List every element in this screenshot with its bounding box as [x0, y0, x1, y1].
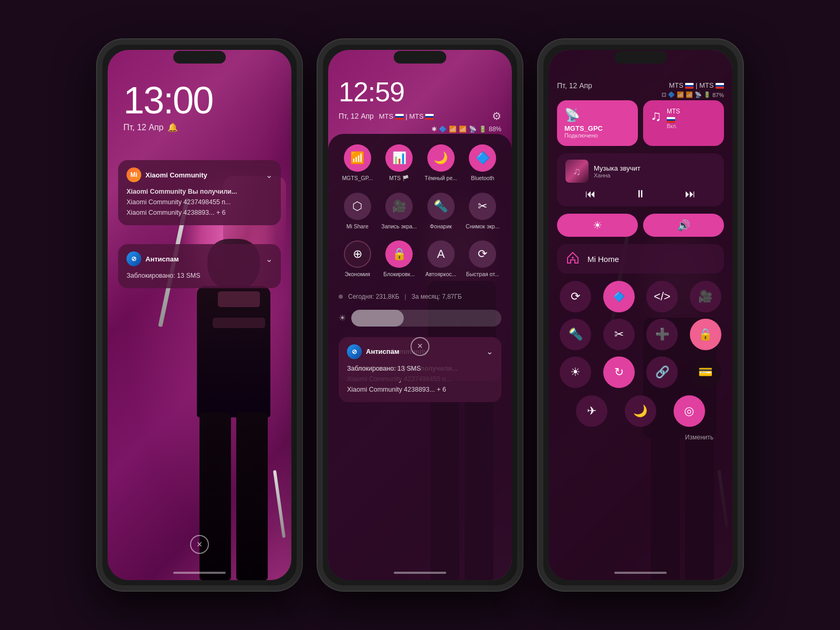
- qs-header: 12:59 Пт, 12 Апр MTS | MTS ⚙ ✱ 🔷: [328, 76, 512, 133]
- notif-line-2: Xiaomi Community 4237498455 п...: [127, 197, 272, 207]
- volume-tile-cc[interactable]: 🔊: [643, 214, 724, 237]
- auto-brightness-label: Автояркос...: [425, 271, 456, 278]
- expand-icon-2[interactable]: ⌄: [266, 254, 272, 264]
- wifi-icon-cc: 📡: [564, 108, 631, 122]
- lock-screen-tile[interactable]: 🔒 Блокировк...: [381, 240, 417, 278]
- flag-icon-1: [685, 83, 694, 89]
- expand-chevron-2[interactable]: ⌄: [486, 346, 493, 356]
- lock-screen-time: 13:00 Пт, 12 Апр 🔔: [123, 81, 213, 132]
- data-dot: [339, 295, 343, 299]
- quick-open-icon: ⟳: [469, 240, 496, 268]
- qs-time-display: 12:59: [339, 76, 501, 108]
- auto-rotate-button[interactable]: ⟳: [560, 281, 591, 312]
- next-button[interactable]: ⏭: [685, 188, 696, 200]
- quick-settings-panel: 📶 MGTS_GP... 📊 MTS 🏳️ 🌙 Тёмный ре...: [328, 134, 512, 580]
- phone-3: Пт, 12 Апр MTS | MTS ⊡ 🔷: [538, 39, 743, 591]
- cc-status-bar: ⊡ 🔷 📶 📶 📡 🔋 87%: [662, 91, 724, 98]
- panel-notif-line-3: Xiaomi Community 4238893... + 6: [347, 384, 493, 395]
- music-player-widget: ♫ Музыка звучит Ханна ⏮ ⏸ ⏭: [557, 153, 724, 206]
- qs-tiles-row-2: ⬡ Mi Share 🎥 Запись экра... 🔦 Фонарик: [337, 193, 503, 230]
- close-notifications-button[interactable]: ×: [190, 535, 209, 554]
- auto-brightness-tile[interactable]: A Автояркос...: [423, 240, 459, 278]
- music-artist: Ханна: [594, 172, 716, 178]
- settings-icon[interactable]: ⚙: [492, 110, 501, 122]
- brightness-icon-cc: ☀: [593, 219, 602, 232]
- antispam-icon: ⊘: [127, 251, 141, 266]
- data-month: За месяц: 7,87ГБ: [412, 293, 462, 300]
- night-mode-button[interactable]: 🌙: [625, 395, 656, 427]
- expand-icon[interactable]: ⌄: [266, 170, 272, 180]
- control-center-panel: Пт, 12 Апр MTS | MTS ⊡ 🔷: [549, 50, 732, 580]
- notif-line-1: Xiaomi Community Вы получили...: [127, 186, 272, 197]
- cc-top-tiles: 📡 MGTS_GPC Подключено ♫ MTS Вкл.: [557, 100, 724, 146]
- flag-icon-2: [716, 83, 724, 89]
- brightness-fill: [351, 310, 404, 327]
- wifi-ssid: MGTS_GPC: [564, 124, 631, 132]
- mi-share-tile[interactable]: ⬡ Mi Share: [339, 193, 376, 230]
- quick-open-tile[interactable]: ⟳ Быстрая от...: [464, 240, 501, 278]
- home-indicator[interactable]: [173, 572, 226, 574]
- scissors-button[interactable]: ✂: [603, 319, 635, 350]
- time-display: 13:00: [123, 81, 213, 119]
- music-controls: ⏮ ⏸ ⏭: [565, 188, 716, 200]
- pause-button[interactable]: ⏸: [635, 188, 646, 200]
- mi-home-tile[interactable]: Mi Home: [557, 244, 724, 274]
- lock-button-cc[interactable]: 🔒: [690, 319, 721, 350]
- camera-notch-3: [614, 51, 667, 64]
- brightness-tile-cc[interactable]: ☀: [557, 214, 638, 237]
- edit-row: Изменить: [557, 432, 724, 442]
- dark-mode-tile[interactable]: 🌙 Тёмный ре...: [423, 144, 459, 182]
- brightness-row: ☀: [337, 310, 503, 327]
- prev-button[interactable]: ⏮: [585, 188, 596, 200]
- notification-card-2[interactable]: ⊘ Антиспам ⌄ Заблокировано: 13 SMS: [118, 244, 281, 288]
- screenshot-tile[interactable]: ✂ Снимок экр...: [464, 193, 501, 230]
- screen-record-tile[interactable]: 🎥 Запись экра...: [381, 193, 417, 230]
- notif-line-3: Xiaomi Community 4238893... + 6: [127, 207, 272, 218]
- navigation-button[interactable]: ◎: [674, 395, 705, 427]
- carrier-flag-cc: [667, 115, 680, 123]
- wifi-label: MGTS_GP...: [342, 175, 373, 182]
- edit-button[interactable]: Изменить: [685, 434, 713, 441]
- bluetooth-button-cc[interactable]: 🔷: [603, 281, 635, 312]
- code-button[interactable]: </>: [646, 281, 678, 312]
- status-icons: ✱ 🔷 📶 📶 📡 🔋 88%: [432, 125, 501, 133]
- cc-bottom-row: ✈ 🌙 ◎: [557, 395, 724, 427]
- home-indicator-2[interactable]: [394, 572, 446, 574]
- cc-header: Пт, 12 Апр MTS | MTS ⊡ 🔷: [557, 60, 724, 98]
- signal-icon: 📊: [385, 144, 413, 172]
- brightness-slider[interactable]: [351, 310, 501, 327]
- flashlight-button-cc[interactable]: 🔦: [560, 319, 591, 350]
- carrier-status-cc: Вкл.: [667, 123, 680, 129]
- sync-button[interactable]: ↻: [603, 356, 635, 388]
- bluetooth-tile[interactable]: 🔷 Bluetooth: [464, 144, 501, 182]
- battery-save-tile[interactable]: ⊕ Экономия: [339, 240, 376, 278]
- wifi-tile-cc[interactable]: 📡 MGTS_GPC Подключено: [557, 100, 638, 146]
- mobile-data-tile[interactable]: 📊 MTS 🏳️: [381, 144, 417, 182]
- add-video-button[interactable]: ➕: [646, 319, 678, 350]
- volume-icon-cc: 🔊: [677, 219, 690, 232]
- mi-share-label: Mi Share: [346, 223, 369, 230]
- wifi-tile[interactable]: 📶 MGTS_GP...: [339, 144, 376, 182]
- auto-brightness-icon: A: [427, 240, 455, 268]
- auto-brightness-button[interactable]: ☀: [560, 356, 591, 388]
- carrier-name-cc: MTS: [667, 108, 680, 115]
- flashlight-tile[interactable]: 🔦 Фонарик: [423, 193, 459, 230]
- lock-label: Блокировк...: [383, 271, 415, 278]
- control-buttons-grid: ⟳ 🔷 </> 🎥 🔦: [557, 281, 724, 388]
- battery-label: Экономия: [344, 271, 370, 278]
- mobile-label: MTS 🏳️: [389, 175, 409, 182]
- video-button[interactable]: 🎥: [690, 281, 721, 312]
- bell-icon: 🔔: [167, 122, 178, 132]
- notification-card-1[interactable]: Mi Xiaomi Community ⌄ Xiaomi Community В…: [118, 160, 281, 225]
- airplane-mode-button[interactable]: ✈: [576, 395, 607, 427]
- record-label: Запись экра...: [381, 223, 417, 230]
- flashlight-icon: 🔦: [427, 193, 455, 220]
- home-indicator-3[interactable]: [614, 572, 667, 574]
- date-display: Пт, 12 Апр 🔔: [123, 122, 213, 132]
- carrier-tile-cc[interactable]: ♫ MTS Вкл.: [643, 100, 724, 146]
- link-button[interactable]: 🔗: [646, 356, 678, 388]
- lock-icon: 🔒: [385, 240, 413, 268]
- camera-notch-2: [394, 51, 446, 64]
- card-button[interactable]: 💳: [690, 356, 721, 388]
- clear-notifications-button[interactable]: ×: [411, 337, 429, 356]
